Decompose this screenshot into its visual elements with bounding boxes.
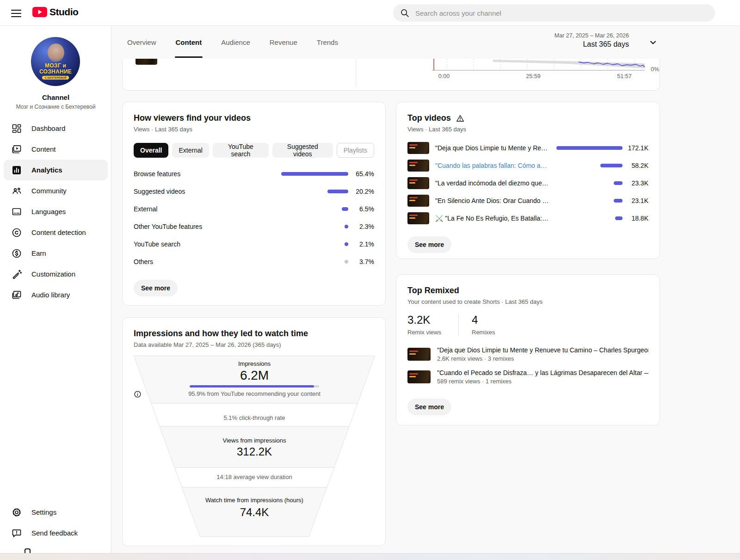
youtube-play-icon xyxy=(32,7,47,17)
chevron-down-icon[interactable] xyxy=(648,37,659,48)
gear-icon xyxy=(11,507,22,518)
traffic-source-barzone xyxy=(274,225,348,228)
sidebar-item-label: Languages xyxy=(31,208,66,215)
video-title[interactable]: "En Silencio Ante Dios: Orar Cuando Falt… xyxy=(435,197,553,204)
search-input[interactable] xyxy=(415,9,709,17)
video-views-barzone xyxy=(553,181,623,185)
sidebar-item-label: Dashboard xyxy=(31,124,65,132)
sidebar-item-settings[interactable]: Settings xyxy=(4,502,108,523)
bottom-edge-strip xyxy=(0,553,740,560)
info-icon[interactable] xyxy=(134,390,142,398)
traffic-source-label: Suggested videos xyxy=(134,188,274,195)
sidebar-item-community[interactable]: Community xyxy=(4,180,108,201)
avatar-text: С БЕХТЕРЕВОЙ xyxy=(42,76,68,80)
video-views-bar xyxy=(615,216,623,220)
remixed-video-title: "Deja que Dios Limpie tu Mente y Renueve… xyxy=(437,346,648,354)
card-title: How viewers find your videos xyxy=(134,113,374,123)
sidebar-item-customization[interactable]: Customization xyxy=(4,264,108,284)
channel-subtitle: Мозг и Сознание с Бехтеревой xyxy=(0,104,111,110)
traffic-source-bar xyxy=(281,172,348,176)
video-views-value: 172.1K xyxy=(623,144,648,152)
traffic-source-value: 3.7% xyxy=(348,258,374,265)
impressions-source-bar xyxy=(190,385,319,388)
audio-icon xyxy=(11,289,22,301)
chip-external[interactable]: External xyxy=(172,143,209,158)
date-range-selector[interactable]: Mar 27, 2025 – Mar 26, 2026 Last 365 day… xyxy=(555,32,629,49)
video-thumbnail xyxy=(136,59,157,65)
traffic-source-value: 65.4% xyxy=(348,170,374,178)
traffic-source-barzone xyxy=(274,172,348,176)
remixed-video-title: "Cuando el Pecado se Disfraza… y las Lág… xyxy=(437,369,648,376)
chip-youtube-search[interactable]: YouTube search xyxy=(213,143,269,158)
video-title[interactable]: "Deja que Dios Limpie tu Mente y Renue… xyxy=(435,144,553,152)
tab-overview[interactable]: Overview xyxy=(126,26,157,59)
sidebar-item-label: Earn xyxy=(31,249,46,257)
sidebar-item-earn[interactable]: Earn xyxy=(4,243,108,264)
tab-trends[interactable]: Trends xyxy=(316,26,339,59)
see-more-button[interactable]: See more xyxy=(134,280,178,296)
tab-revenue[interactable]: Revenue xyxy=(269,26,298,59)
youtube-studio-logo[interactable]: Studio xyxy=(32,6,78,18)
sidebar-item-analytics[interactable]: Analytics xyxy=(4,160,108,180)
top-video-row[interactable]: "Cuando las palabras fallan: Cómo acer… … xyxy=(407,157,648,174)
sidebar-item-content[interactable]: Content xyxy=(4,139,108,160)
video-views-barzone xyxy=(553,216,623,220)
chip-overall[interactable]: Overall xyxy=(134,143,168,158)
copyright-icon xyxy=(11,227,22,238)
x-tick: 51:57 xyxy=(617,73,631,80)
traffic-rows: Browse features 65.4% Suggested videos 2… xyxy=(134,165,374,271)
search-bar[interactable] xyxy=(393,4,715,22)
tab-audience[interactable]: Audience xyxy=(220,26,251,59)
sidebar-item-dashboard[interactable]: Dashboard xyxy=(4,118,108,139)
sidebar-item-languages[interactable]: Languages xyxy=(4,201,108,222)
video-thumbnail xyxy=(407,370,431,383)
sidebar-item-send-feedback[interactable]: Send feedback xyxy=(4,523,108,543)
see-more-button[interactable]: See more xyxy=(407,399,451,415)
remixed-video-item[interactable]: "Deja que Dios Limpie tu Mente y Renueve… xyxy=(407,344,648,364)
chip-playlists[interactable]: Playlists xyxy=(337,143,374,158)
top-video-row[interactable]: ⚔️ "La Fe No Es Refugio, Es Batalla: La … xyxy=(407,209,648,227)
content-icon xyxy=(11,144,22,155)
remix-views-label: Remix views xyxy=(407,329,458,336)
video-views-bar xyxy=(600,164,623,167)
remixed-video-item[interactable]: "Cuando el Pecado se Disfraza… y las Lág… xyxy=(407,367,648,387)
analytics-icon xyxy=(11,165,22,176)
sidebar-item-label: Send feedback xyxy=(31,529,78,537)
tab-content[interactable]: Content xyxy=(175,26,203,59)
video-thumbnail xyxy=(407,348,431,361)
video-views-value: 23.1K xyxy=(623,197,648,204)
traffic-source-bar xyxy=(327,190,348,193)
channel-title: Channel xyxy=(0,93,111,101)
sidebar-item-content-detection[interactable]: Content detection xyxy=(4,222,108,243)
traffic-source-barzone xyxy=(274,190,348,193)
remixes-label: Remixes xyxy=(472,329,523,336)
top-video-row[interactable]: "Deja que Dios Limpie tu Mente y Renue… … xyxy=(407,139,648,157)
traffic-source-label: YouTube search xyxy=(134,240,274,248)
divider xyxy=(356,59,356,87)
brand-name: Studio xyxy=(49,6,78,18)
video-title[interactable]: "La verdad incómoda del diezmo que lo… xyxy=(435,179,553,187)
analytics-tabs: OverviewContentAudienceRevenueTrends xyxy=(126,26,339,59)
traffic-source-label: External xyxy=(134,205,274,213)
x-tick: 25:59 xyxy=(526,73,540,80)
video-thumbnail xyxy=(407,160,429,172)
top-video-row[interactable]: "En Silencio Ante Dios: Orar Cuando Falt… xyxy=(407,192,648,209)
video-thumbnail xyxy=(407,212,429,224)
video-thumbnail xyxy=(407,195,429,207)
sidebar-item-label: Customization xyxy=(31,270,75,278)
chip-suggested-videos[interactable]: Suggested videos xyxy=(272,143,333,158)
video-title[interactable]: "Cuando las palabras fallan: Cómo acer… xyxy=(435,162,553,169)
top-videos-card: Top videos Views · Last 365 days "Deja q… xyxy=(396,102,660,259)
views-from-impressions-label: Views from impressions xyxy=(134,437,375,444)
menu-icon[interactable] xyxy=(10,7,22,18)
views-from-impressions-value: 312.2K xyxy=(134,445,375,458)
top-video-row[interactable]: "La verdad incómoda del diezmo que lo… 2… xyxy=(407,174,648,192)
see-more-button[interactable]: See more xyxy=(407,236,451,253)
traffic-source-value: 20.2% xyxy=(348,188,374,195)
impressions-note: 95.9% from YouTube recommending your con… xyxy=(134,390,375,397)
channel-avatar[interactable]: МОЗГ и СОЗНАНИЕ С БЕХТЕРЕВОЙ xyxy=(31,37,80,86)
video-title[interactable]: ⚔️ "La Fe No Es Refugio, Es Batalla: La … xyxy=(435,215,553,222)
sidebar-item-audio-library[interactable]: Audio library xyxy=(4,284,108,305)
traffic-source-bar xyxy=(345,242,348,246)
traffic-filter-chips: OverallExternalYouTube searchSuggested v… xyxy=(134,143,374,158)
